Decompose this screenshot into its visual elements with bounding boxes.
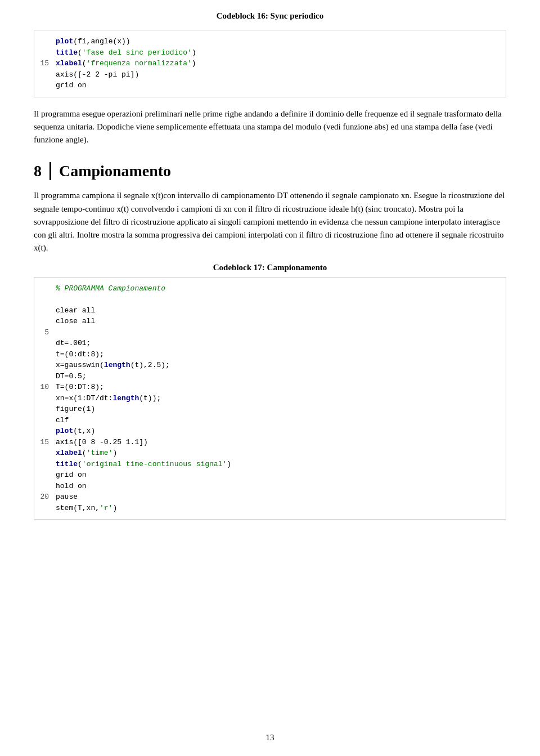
- prose-paragraph-2: Il programma campiona il segnale x(t)con…: [34, 189, 506, 254]
- codeblock17-title: Codeblock 17: Campionamento: [34, 263, 506, 272]
- code-line: dt=.001;: [34, 338, 500, 349]
- code-line: 15 xlabel('frequenza normalizzata'): [34, 58, 500, 69]
- code-line: hold on: [34, 481, 500, 492]
- code-line: title('original time-continuous signal'): [34, 459, 500, 470]
- code-line: figure(1): [34, 404, 500, 415]
- code-line: 20 pause: [34, 491, 500, 503]
- code-line: [34, 294, 500, 305]
- code-line: clear all: [34, 305, 500, 316]
- code-line: x=gausswin(length(t),2.5);: [34, 360, 500, 371]
- code-line: stem(T,xn,'r'): [34, 503, 500, 514]
- section-number: 8: [34, 162, 42, 180]
- code-line: t=(0:dt:8);: [34, 349, 500, 360]
- code-line: close all: [34, 316, 500, 327]
- page-number: 13: [266, 733, 274, 742]
- code-line: DT=0.5;: [34, 371, 500, 382]
- code-line: axis([-2 2 -pi pi]): [34, 69, 500, 80]
- section-title: Campionamento: [59, 162, 171, 180]
- code-line: plot(fi,angle(x)): [34, 36, 500, 47]
- code-line: 15 axis([0 8 -0.25 1.1]): [34, 437, 500, 448]
- code-line: 10 T=(0:DT:8);: [34, 382, 500, 393]
- section-8-heading: 8 Campionamento: [34, 162, 506, 180]
- code-line: title('fase del sinc periodico'): [34, 47, 500, 59]
- codeblock17: % PROGRAMMA Campionamento clear all clos…: [34, 277, 506, 520]
- code-line: 5: [34, 327, 500, 338]
- page-container: Codeblock 16: Sync periodico plot(fi,ang…: [0, 0, 540, 756]
- code-line: grid on: [34, 469, 500, 481]
- code-line: xlabel('time'): [34, 448, 500, 459]
- code-line: xn=x(1:DT/dt:length(t));: [34, 393, 500, 404]
- codeblock16-title: Codeblock 16: Sync periodico: [34, 11, 506, 21]
- code-line: % PROGRAMMA Campionamento: [34, 283, 500, 294]
- code-line: plot(t,x): [34, 426, 500, 437]
- code-line: clf: [34, 415, 500, 426]
- code-line: grid on: [34, 80, 500, 91]
- section-divider: [50, 162, 51, 180]
- codeblock16: plot(fi,angle(x)) title('fase del sinc p…: [34, 30, 506, 97]
- prose-paragraph-1: Il programma esegue operazioni prelimina…: [34, 108, 506, 147]
